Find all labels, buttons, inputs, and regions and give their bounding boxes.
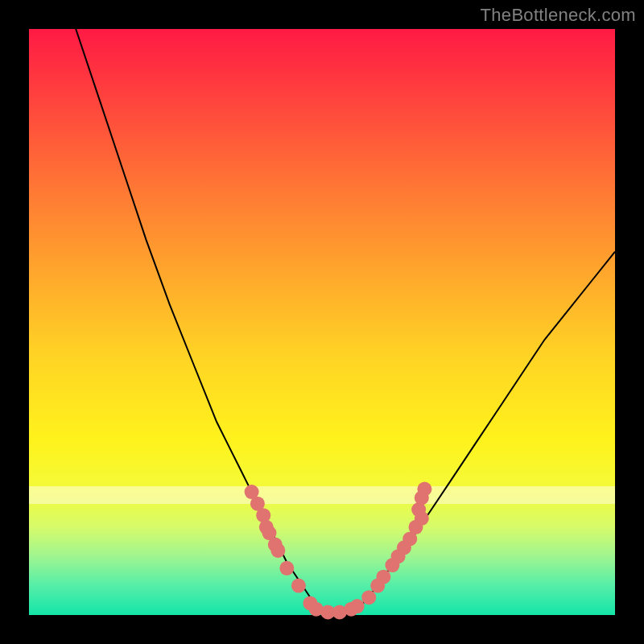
curve-marker (350, 599, 365, 613)
curve-markers (245, 482, 432, 620)
curve-marker (361, 590, 376, 605)
plot-svg (29, 29, 615, 615)
curve-marker (291, 579, 306, 593)
curve-marker (270, 543, 285, 558)
chart-stage: TheBottleneck.com (0, 0, 644, 644)
bottleneck-curve (76, 29, 615, 615)
curve-marker (417, 482, 431, 497)
curve-marker (376, 570, 390, 584)
watermark-text: TheBottleneck.com (481, 5, 636, 26)
curve-marker (279, 561, 294, 576)
plot-area (29, 29, 615, 615)
